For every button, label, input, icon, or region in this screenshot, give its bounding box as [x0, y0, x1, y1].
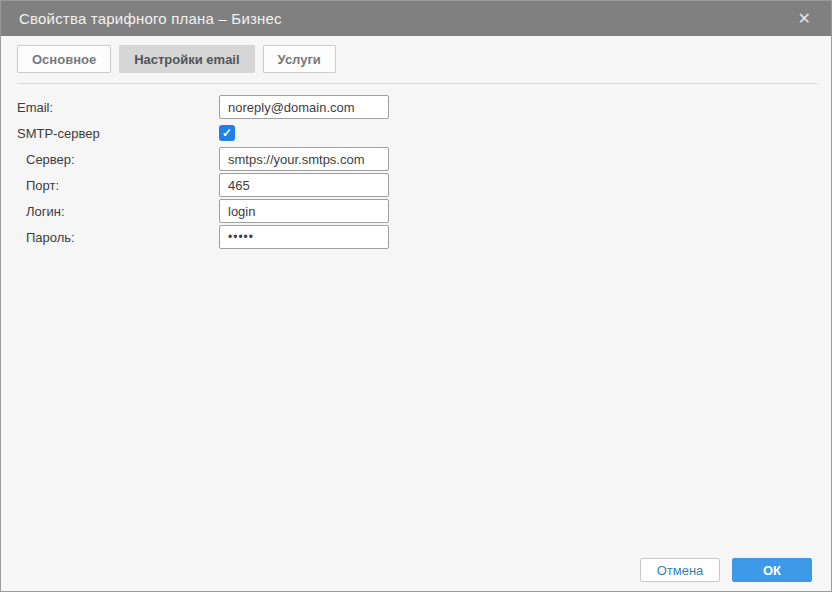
email-input[interactable]: [219, 95, 389, 119]
tabs-separator: [17, 83, 817, 84]
password-row: Пароль:: [17, 225, 831, 249]
server-row: Сервер:: [17, 147, 831, 171]
tab-bar: Основное Настройки email Услуги: [1, 36, 831, 73]
smtp-server-label: SMTP-сервер: [17, 126, 219, 141]
footer-buttons: Отмена ОК: [640, 558, 812, 582]
email-settings-form: Email: SMTP-сервер ✓ Сервер: Порт: Логин…: [17, 95, 831, 249]
password-label: Пароль:: [17, 230, 219, 245]
login-row: Логин:: [17, 199, 831, 223]
login-input[interactable]: [219, 199, 389, 223]
tab-main[interactable]: Основное: [17, 45, 111, 73]
email-row: Email:: [17, 95, 831, 119]
smtp-server-row: SMTP-сервер ✓: [17, 121, 831, 145]
tariff-plan-properties-dialog: Свойства тарифного плана – Бизнес ✕ Осно…: [0, 0, 832, 592]
tab-email-settings[interactable]: Настройки email: [119, 45, 254, 73]
server-input[interactable]: [219, 147, 389, 171]
email-label: Email:: [17, 100, 219, 115]
port-row: Порт:: [17, 173, 831, 197]
checkmark-icon: ✓: [222, 127, 232, 139]
ok-button[interactable]: ОК: [732, 558, 812, 582]
port-label: Порт:: [17, 178, 219, 193]
smtp-checkbox[interactable]: ✓: [219, 125, 235, 141]
cancel-button[interactable]: Отмена: [640, 558, 720, 582]
titlebar: Свойства тарифного плана – Бизнес ✕: [1, 1, 831, 36]
close-icon[interactable]: ✕: [792, 7, 817, 31]
login-label: Логин:: [17, 204, 219, 219]
password-input[interactable]: [219, 225, 389, 249]
port-input[interactable]: [219, 173, 389, 197]
tab-services[interactable]: Услуги: [263, 45, 336, 73]
server-label: Сервер:: [17, 152, 219, 167]
dialog-title: Свойства тарифного плана – Бизнес: [19, 10, 792, 27]
